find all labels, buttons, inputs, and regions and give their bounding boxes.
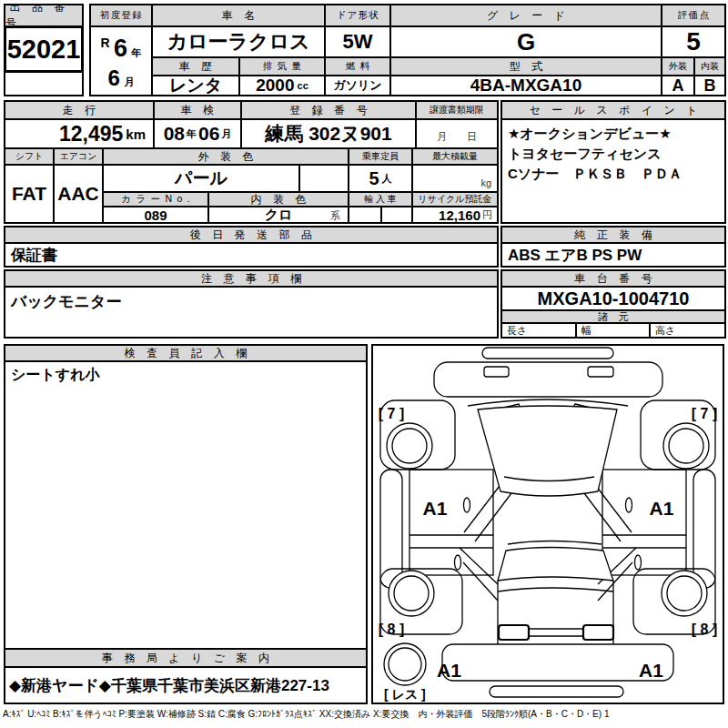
- door-handle-front-right: [626, 498, 632, 512]
- cautions-header: 注 意 事 項 欄: [4, 269, 499, 288]
- mileage-value: 12,495 km: [4, 118, 155, 149]
- first-registration-header: 初度登録: [89, 4, 153, 27]
- capacity-value: 5 人: [348, 164, 413, 193]
- auction-no-value: 52021: [4, 25, 84, 73]
- inspection-value: 08 年 06 月: [153, 118, 242, 149]
- plate-value: 練馬 302ヌ901: [240, 118, 417, 149]
- factory-equipment-header: 純 正 装 備: [500, 226, 726, 244]
- grade-header: グ レ ー ド: [389, 4, 662, 27]
- ac-value: AAC: [53, 164, 104, 224]
- recycle-number: 12,160: [439, 207, 480, 223]
- door-shape-header: ドア形状: [324, 4, 391, 27]
- rear-wheel-left: [389, 571, 434, 616]
- displacement-number: 2000: [256, 76, 294, 96]
- dimension-width-cell: 幅: [575, 322, 651, 339]
- door-handle-front-left: [464, 498, 470, 512]
- import-value-cell: [348, 206, 413, 224]
- recycle-value: 12,160 円: [411, 206, 499, 224]
- front-fender-left-label: [ 7 ]: [379, 406, 404, 421]
- spare-tire-circle: [384, 643, 426, 685]
- max-load-header: 最大積載量: [411, 147, 499, 166]
- side-sill-right: [693, 470, 715, 588]
- mileage-unit: km: [126, 126, 146, 142]
- damage-code-legend: A:ｷｽﾞ U:ﾍｺﾐ B:ｷｽﾞを伴うﾍｺﾐ P:要塗装 W:補修跡 S:錆 …: [3, 708, 725, 721]
- dimension-height-cell: 高さ: [649, 322, 726, 339]
- chassis-no-value: MXGA10-1004710: [500, 286, 726, 311]
- front-door-left-label: A1: [423, 498, 448, 519]
- max-load-unit: kg: [480, 177, 491, 188]
- era-letter: R: [100, 35, 109, 50]
- front-fender-right-label: [ 7 ]: [692, 406, 717, 421]
- reg-month: 6: [108, 66, 120, 90]
- first-reg-year-line: R 6 年: [100, 29, 141, 66]
- spare-tire-label: [ レス ]: [384, 687, 426, 702]
- auction-no-empty-cell: [4, 71, 84, 96]
- score-value: 5: [661, 25, 726, 58]
- score-header: 評価点: [661, 4, 726, 27]
- car-history-value: レンタ: [151, 75, 240, 96]
- fuel-header: 燃 料: [324, 56, 391, 76]
- rear-fender-right-label: [ 8 ]: [692, 622, 717, 637]
- interior-color-suffix: 系: [330, 209, 340, 223]
- front-bumper-top-bar: [482, 348, 613, 359]
- exterior-grade-header: 外装: [661, 56, 695, 76]
- later-parts-value: 保証書: [4, 242, 499, 268]
- rear-bumper-left-label: A1: [437, 660, 461, 681]
- displacement-header: 排 気 量: [238, 56, 326, 76]
- rear-window: [498, 548, 613, 581]
- factory-equipment-value: ABS エアB PS PW: [500, 242, 726, 268]
- rear-fender-left-label: [ 8 ]: [379, 622, 404, 637]
- interior-grade-header: 内装: [693, 56, 726, 76]
- sales-points-header: セ ー ル ス ポ イ ン ト: [500, 100, 726, 120]
- reg-year: 6: [114, 35, 127, 62]
- interior-grade-value: B: [693, 75, 726, 96]
- mileage-number: 12,495: [59, 122, 123, 147]
- exterior-color-value: パール: [102, 164, 300, 193]
- plate-garnish-left: [499, 625, 529, 640]
- car-name-header: 車 名: [151, 4, 326, 27]
- sales-point-line: ★オークションデビュー★: [508, 124, 672, 144]
- model-code-header: 型 式: [389, 56, 662, 76]
- first-registration-value: R 6 年 6 月: [89, 25, 153, 96]
- door-handle-rear-right: [635, 555, 642, 570]
- import-cell-divider: [380, 206, 382, 224]
- door-handle-rear-left: [455, 555, 461, 570]
- sales-point-line: トヨタセーフティセンス: [508, 144, 662, 164]
- auction-no-header: 出 品 番 号: [4, 4, 84, 27]
- exterior-color-header: 外 装 色: [102, 147, 349, 166]
- max-load-value: kg: [411, 164, 499, 193]
- office-info-body: ◆新港ヤード◆千葉県千葉市美浜区新港227-13: [4, 666, 368, 704]
- rear-wheel-right: [662, 571, 707, 616]
- transfer-deadline-header: 譲渡書類期限: [415, 100, 499, 120]
- tailgate-arc: [498, 588, 613, 592]
- transfer-deadline-value: 月 日: [415, 118, 499, 149]
- inspection-month: 06: [198, 123, 219, 145]
- color-no-value: 089: [102, 206, 209, 224]
- cautions-value: バックモニター: [4, 286, 499, 339]
- capacity-header: 乗車定員: [348, 147, 413, 166]
- mileage-header: 走 行: [4, 100, 155, 120]
- rear-bumper-bottom-bar: [490, 686, 623, 697]
- rear-bumper-right-label: A1: [639, 660, 663, 681]
- first-reg-month-line: 6 月: [108, 66, 135, 94]
- dimension-length-cell: 長さ: [500, 322, 577, 339]
- front-fascia: [434, 362, 662, 397]
- exterior-color-empty-cell: [298, 164, 349, 193]
- front-door-right-label: A1: [650, 498, 674, 519]
- front-wheel-left: [387, 423, 432, 469]
- reg-year-suffix: 年: [132, 47, 142, 58]
- shift-value: FAT: [4, 164, 55, 224]
- side-sill-left: [380, 470, 402, 588]
- interior-color-value: クロ 系: [207, 206, 349, 224]
- car-name-value: カローラクロス: [151, 25, 326, 58]
- grade-value: G: [389, 25, 662, 58]
- damage-diagram-panel: [ 7 ] [ 7 ] A1 A1 [ 8 ] [ 8 ] A1 A1 [ レス…: [371, 344, 724, 704]
- displacement-unit: cc: [298, 80, 308, 91]
- later-parts-header: 後 日 発 送 部 品: [4, 226, 499, 244]
- recycle-unit: 円: [482, 208, 492, 222]
- door-panel-right: [602, 470, 686, 575]
- door-shape-value: 5W: [324, 25, 391, 58]
- reg-month-suffix: 月: [124, 76, 134, 87]
- door-panel-left: [410, 470, 493, 575]
- inspection-header: 車 検: [153, 100, 242, 120]
